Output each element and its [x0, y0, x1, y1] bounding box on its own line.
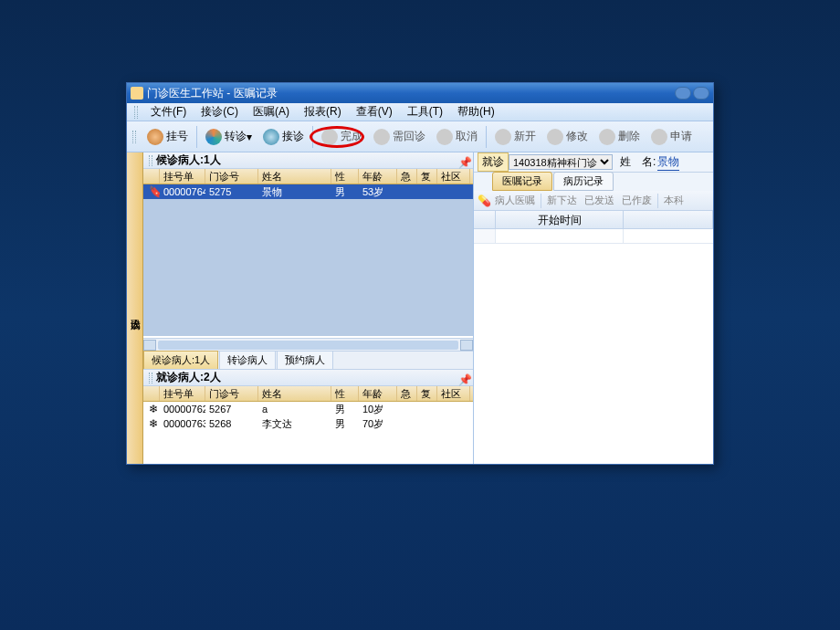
app-window: 门诊医生工作站 - 医嘱记录 文件(F) 接诊(C) 医嘱(A) 报表(R) 查… [126, 82, 714, 465]
row-flag-icon: ❄ [149, 403, 158, 415]
titlebar: 门诊医生工作站 - 医嘱记录 [127, 83, 713, 103]
person-icon [147, 129, 163, 145]
table-row[interactable]: 🔖 00000764 5275 景物 男 53岁 [143, 184, 473, 199]
col-age[interactable]: 年龄 [359, 386, 397, 401]
menu-handle-icon [134, 106, 138, 119]
register-button[interactable]: 挂号 [142, 126, 193, 148]
referral-icon [205, 129, 222, 145]
sent-button[interactable]: 已发送 [581, 193, 618, 208]
order-table-body [474, 244, 713, 464]
status-badge: 就诊 [478, 152, 509, 172]
new-doc-icon [495, 129, 511, 145]
right-pane: 就诊 140318精神科门诊 姓 名: 景物 医嘱记录 病历记录 💊 病人医嘱 … [474, 152, 713, 464]
modify-button[interactable]: 修改 [542, 126, 593, 148]
col-name[interactable]: 姓名 [258, 386, 331, 401]
apply-icon [651, 129, 667, 145]
cancel-icon [436, 129, 453, 145]
pin-icon[interactable]: 📌 [458, 156, 467, 165]
menu-file[interactable]: 文件(F) [143, 102, 194, 121]
scroll-thumb[interactable] [158, 341, 458, 350]
voided-button[interactable]: 已作废 [618, 193, 656, 208]
tab-waiting[interactable]: 候诊病人:1人 [143, 351, 218, 370]
col-checkbox[interactable] [474, 211, 496, 228]
separator-icon [486, 126, 487, 148]
col-urgent[interactable]: 急 [397, 386, 417, 401]
visiting-table-header: 挂号单 门诊号 姓名 性别 年龄 急 复 社区 [143, 386, 473, 402]
apply-button[interactable]: 申请 [646, 126, 697, 148]
left-pane: 候诊病人:1人 📌 挂号单 门诊号 姓名 性别 年龄 急 复 社区 🔖 0000… [143, 152, 474, 464]
maximize-button[interactable] [693, 87, 709, 100]
col-return[interactable]: 复 [417, 169, 437, 184]
right-toolbar: 💊 病人医嘱 新下达 已发送 已作废 本科 [474, 191, 713, 211]
tab-appoint[interactable]: 预约病人 [277, 351, 333, 370]
menu-reception[interactable]: 接诊(C) [194, 102, 246, 121]
clock-icon [373, 129, 390, 145]
order-table-header: 开始时间 [474, 211, 713, 229]
col-blank[interactable] [624, 211, 713, 228]
dept-button[interactable]: 本科 [660, 193, 688, 208]
waiting-patients-header: 候诊病人:1人 📌 [143, 152, 473, 169]
scroll-left-icon[interactable] [143, 340, 156, 351]
new-button[interactable]: 新开 [490, 126, 541, 148]
table-row[interactable]: ❄ 00000763 5268 李文达 男 70岁 [143, 416, 473, 431]
receive-button[interactable]: 接诊 [258, 126, 309, 148]
rx-icon: 💊 [478, 194, 491, 207]
row-flag-icon: 🔖 [149, 185, 160, 198]
tab-order-record[interactable]: 医嘱记录 [492, 172, 552, 191]
patient-name-link[interactable]: 景物 [657, 154, 679, 171]
menu-view[interactable]: 查看(V) [349, 102, 400, 121]
complete-button[interactable]: 完成 [317, 126, 367, 148]
name-label: 姓 名: [620, 154, 656, 170]
col-age[interactable]: 年龄 [359, 169, 397, 184]
table-row[interactable]: ❄ 00000762 5267 a 男 10岁 [143, 402, 473, 416]
menubar: 文件(F) 接诊(C) 医嘱(A) 报表(R) 查看(V) 工具(T) 帮助(H… [127, 103, 713, 121]
window-title: 门诊医生工作站 - 医嘱记录 [147, 86, 675, 101]
col-clinic-no[interactable]: 门诊号 [205, 169, 258, 184]
recall-button[interactable]: 需回诊 [369, 126, 430, 148]
col-return[interactable]: 复 [417, 386, 437, 401]
tab-referral[interactable]: 转诊病人 [219, 351, 276, 370]
col-gender[interactable]: 性别 [331, 169, 359, 184]
menu-tools[interactable]: 工具(T) [400, 102, 450, 121]
pin-icon[interactable]: 📌 [458, 373, 467, 383]
right-header: 就诊 140318精神科门诊 姓 名: 景物 [474, 152, 713, 173]
col-clinic-no[interactable]: 门诊号 [205, 386, 258, 401]
waiting-table-header: 挂号单 门诊号 姓名 性别 年龄 急 复 社区 [143, 169, 473, 184]
delete-button[interactable]: 删除 [594, 126, 645, 148]
minimize-button[interactable] [675, 87, 691, 100]
check-icon [321, 129, 338, 145]
patient-order-button[interactable]: 病人医嘱 [491, 193, 539, 208]
menu-report[interactable]: 报表(R) [297, 102, 349, 121]
edit-icon [547, 129, 563, 145]
toolbar: 挂号 转诊 ▾ 接诊 完成 需回诊 取消 新开 修改 删除 申请 [127, 121, 713, 152]
col-gender[interactable]: 性别 [331, 386, 359, 401]
toolbar-handle-icon [132, 131, 136, 143]
clipboard-icon [263, 129, 279, 145]
col-urgent[interactable]: 急 [397, 169, 417, 184]
new-issue-button[interactable]: 新下达 [543, 193, 581, 208]
waiting-tabs: 候诊病人:1人 转诊病人 预约病人 [143, 351, 473, 369]
waiting-count-label: 候诊病人:1人 [156, 152, 221, 168]
cancel-button[interactable]: 取消 [432, 126, 482, 148]
delete-icon [599, 129, 615, 145]
referral-button[interactable]: 转诊 ▾ [201, 126, 257, 148]
col-community[interactable]: 社区 [437, 169, 470, 184]
horizontal-scrollbar[interactable] [143, 338, 473, 351]
right-tabs: 医嘱记录 病历记录 [474, 173, 713, 191]
col-community[interactable]: 社区 [437, 386, 470, 401]
scroll-right-icon[interactable] [460, 340, 473, 351]
menu-order[interactable]: 医嘱(A) [246, 102, 297, 121]
row-flag-icon: ❄ [149, 417, 158, 430]
app-icon [131, 87, 143, 100]
tab-history-record[interactable]: 病历记录 [553, 172, 614, 191]
dept-select[interactable]: 140318精神科门诊 [509, 154, 613, 170]
col-start-time[interactable]: 开始时间 [496, 211, 624, 228]
visiting-patients-header: 就诊病人:2人 📌 [143, 370, 473, 386]
menu-help[interactable]: 帮助(H) [450, 102, 502, 121]
separator-icon [312, 126, 313, 148]
col-name[interactable]: 姓名 [258, 169, 331, 184]
separator-icon [196, 126, 197, 148]
col-reg-no[interactable]: 挂号单 [160, 386, 205, 401]
col-reg-no[interactable]: 挂号单 [160, 169, 205, 184]
side-tab-examined[interactable]: 已诊病人 [127, 152, 143, 464]
